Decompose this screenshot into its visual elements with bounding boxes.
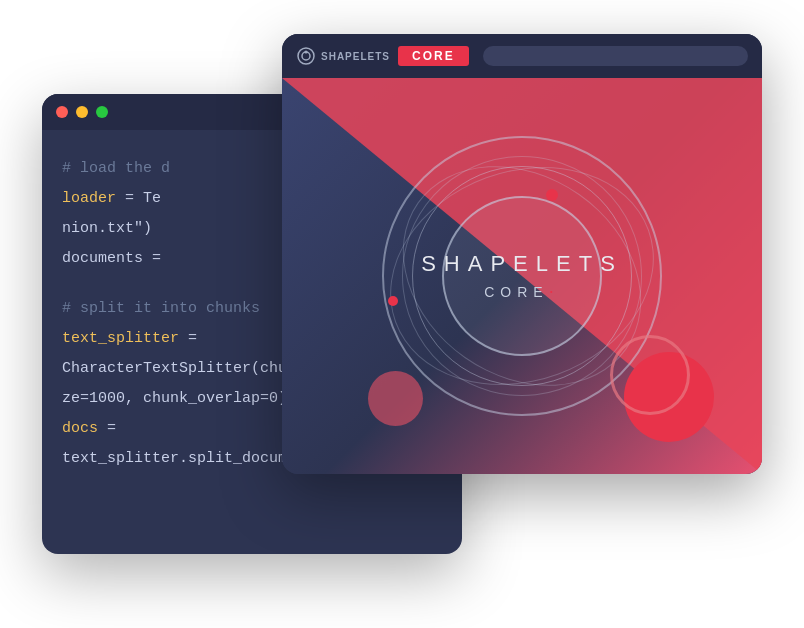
- shapelets-logo-icon: [296, 46, 316, 66]
- svg-point-2: [305, 51, 308, 54]
- shapelets-header: SHAPELETS CORE: [282, 34, 762, 78]
- code-keyword-9: docs: [62, 420, 98, 437]
- core-badge: CORE: [398, 46, 469, 66]
- shapelets-card: SHAPELETS CORE SHAPELETS: [282, 34, 762, 474]
- accent-dot-pink-ring: [610, 335, 690, 415]
- code-keyword-7: text_splitter: [62, 330, 179, 347]
- scene: # load the d loader = Te nion.txt") docu…: [42, 34, 762, 594]
- header-bar: [483, 46, 748, 66]
- brand-core: CORE·: [421, 281, 623, 302]
- brand-core-dot: ·: [549, 281, 560, 301]
- window-dot-red: [56, 106, 68, 118]
- code-normal-8: ze=1000, chunk_overlap=0): [62, 390, 287, 407]
- window-dot-yellow: [76, 106, 88, 118]
- shapelets-body: SHAPELETS CORE·: [282, 78, 762, 474]
- brand-center: SHAPELETS CORE·: [421, 251, 623, 302]
- accent-dot-red-small: [546, 189, 558, 201]
- logo-text: SHAPELETS: [321, 51, 390, 62]
- shapelets-logo: SHAPELETS: [296, 46, 390, 66]
- code-comment-1: # load the d: [62, 160, 170, 177]
- code-normal-4: documents =: [62, 250, 161, 267]
- code-comment-6: # split it into chunks: [62, 300, 260, 317]
- code-normal-2: = Te: [116, 190, 161, 207]
- window-dot-green: [96, 106, 108, 118]
- brand-core-text: CORE: [484, 284, 548, 300]
- svg-point-0: [298, 48, 314, 64]
- code-normal-3: nion.txt"): [62, 220, 152, 237]
- code-keyword-2: loader: [62, 190, 116, 207]
- accent-dot-red-small2: [388, 296, 398, 306]
- brand-name: SHAPELETS: [421, 251, 623, 277]
